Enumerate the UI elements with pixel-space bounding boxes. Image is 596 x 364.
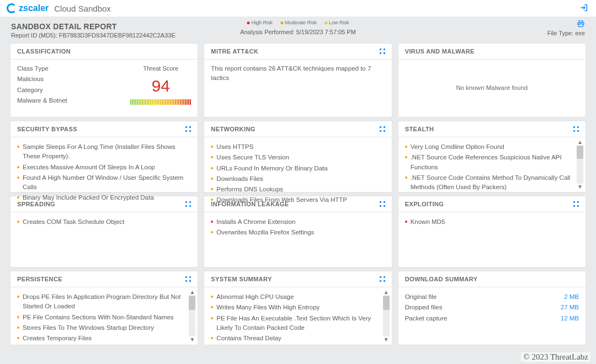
- list-item: URLs Found In Memory Or Binary Data: [211, 163, 385, 174]
- product-name: Cloud Sandbox: [54, 4, 111, 13]
- svg-rect-28: [573, 205, 575, 207]
- card-stealth: STEALTH Very Long Cmdline Option Found.N…: [398, 121, 586, 192]
- card-security-bypass: SECURITY BYPASS Sample Sleeps For A Long…: [10, 121, 198, 192]
- list-item: .NET Source Code Contains Method To Dyna…: [405, 173, 572, 190]
- download-row: Original file2 MB: [405, 292, 579, 302]
- card-title: DOWNLOAD SUMMARY: [405, 276, 478, 282]
- card-title: SYSTEM SUMMARY: [211, 276, 272, 282]
- svg-rect-3: [384, 49, 385, 50]
- list-item: PE File Contains Sections With Non-Stand…: [17, 312, 184, 323]
- card-spreading: SPREADING Creates COM Task Schedule Obje…: [10, 196, 198, 267]
- list-item: Uses HTTPS: [211, 142, 385, 152]
- svg-rect-11: [384, 126, 385, 128]
- list-item: Contains Thread Delay: [211, 333, 378, 344]
- scrollbar[interactable]: ▲ ▼: [576, 140, 584, 190]
- scroll-down-icon[interactable]: ▼: [189, 337, 195, 342]
- expand-icon[interactable]: [185, 126, 191, 132]
- svg-rect-6: [185, 126, 187, 128]
- list-item: Very Long Cmdline Option Found: [405, 142, 572, 152]
- list-item: Executes Massive Amount Of Sleeps In A L…: [17, 162, 191, 173]
- card-mitre: MITRE ATT&CK This report contains 26 ATT…: [204, 43, 392, 117]
- download-link[interactable]: 2 MB: [564, 292, 579, 302]
- scroll-down-icon[interactable]: ▼: [384, 337, 389, 342]
- svg-rect-26: [573, 201, 575, 203]
- scroll-up-icon[interactable]: ▲: [189, 290, 195, 295]
- svg-rect-5: [384, 52, 385, 54]
- exit-icon[interactable]: [579, 3, 588, 14]
- scroll-down-icon[interactable]: ▼: [577, 184, 583, 190]
- card-info-leak: INFORMATION LEAKAGE Installs A Chrome Ex…: [204, 196, 392, 267]
- watermark: © 2023 ThreatLabz: [521, 352, 590, 362]
- svg-rect-9: [189, 130, 191, 132]
- expand-icon[interactable]: [380, 49, 385, 54]
- scroll-up-icon[interactable]: ▲: [384, 290, 389, 295]
- legend-low: Low Risk: [324, 20, 349, 25]
- list-item: Found A High Number Of Window / User Spe…: [17, 173, 191, 193]
- svg-rect-27: [577, 201, 579, 203]
- svg-rect-4: [380, 52, 381, 54]
- threat-score-bar: [130, 99, 191, 105]
- exploiting-list: Known MD5: [405, 217, 579, 227]
- download-row: Packet capture12 MB: [405, 313, 579, 324]
- list-item: Creates Temporary Files: [17, 333, 184, 344]
- expand-icon[interactable]: [573, 201, 579, 207]
- card-title: VIRUS AND MALWARE: [405, 48, 475, 55]
- card-persistence: PERSISTENCE Drops PE Files In Applicatio…: [10, 271, 198, 345]
- print-icon[interactable]: [577, 20, 585, 30]
- threat-score: 94: [130, 73, 191, 98]
- list-item: Writes Many Files With High Entropy: [211, 302, 378, 313]
- card-title: STEALTH: [405, 126, 434, 132]
- svg-rect-31: [189, 276, 191, 278]
- scrollbar[interactable]: ▲ ▼: [382, 290, 391, 342]
- expand-icon[interactable]: [573, 126, 579, 132]
- list-item: Known MD5: [405, 217, 579, 227]
- list-item: Drops PE Files In Application Program Di…: [17, 292, 184, 312]
- report-header: SANDBOX DETAIL REPORT Report ID (MD5): F…: [0, 17, 596, 40]
- virus-text: No known Malware found: [398, 60, 586, 117]
- list-item: Installs A Chrome Extension: [211, 217, 385, 227]
- expand-icon[interactable]: [380, 276, 385, 282]
- svg-rect-20: [185, 205, 187, 207]
- svg-rect-21: [189, 205, 191, 207]
- list-item: Overwrites Mozilla Firefox Settings: [211, 227, 385, 238]
- svg-rect-16: [573, 130, 575, 132]
- expand-icon[interactable]: [380, 126, 385, 132]
- card-title: EXPLOITING: [405, 201, 444, 207]
- brand-bar: zscaler Cloud Sandbox: [0, 0, 596, 17]
- brand-name: zscaler: [19, 3, 49, 13]
- svg-rect-33: [189, 280, 191, 282]
- svg-rect-2: [380, 49, 381, 50]
- card-title: SECURITY BYPASS: [17, 126, 77, 132]
- scroll-up-icon[interactable]: ▲: [577, 140, 583, 145]
- svg-rect-32: [185, 280, 187, 282]
- legend-moderate: Moderate Risk: [280, 20, 317, 25]
- download-link[interactable]: 12 MB: [561, 314, 579, 323]
- svg-rect-1: [579, 24, 583, 27]
- list-item: Stores Files To The Windows Startup Dire…: [17, 323, 184, 333]
- scrollbar[interactable]: ▲ ▼: [188, 290, 196, 342]
- svg-rect-14: [573, 126, 575, 128]
- list-item: Sample Sleeps For A Long Time (Installer…: [17, 142, 191, 162]
- svg-rect-12: [380, 130, 381, 132]
- system-summary-list: Abnormal High CPU UsageWrites Many Files…: [211, 292, 378, 344]
- card-download-summary: DOWNLOAD SUMMARY ⛶ Original file2 MBDrop…: [398, 271, 586, 345]
- legend-high: High Risk: [247, 20, 273, 25]
- card-classification: CLASSIFICATION ⛶ Class Type Malicious Ca…: [10, 43, 198, 117]
- svg-rect-36: [380, 280, 381, 282]
- download-summary-body: Original file2 MBDropped files27 MBPacke…: [398, 287, 586, 345]
- svg-rect-29: [577, 205, 579, 207]
- svg-rect-8: [185, 130, 187, 132]
- svg-rect-10: [380, 126, 381, 128]
- svg-rect-34: [380, 276, 381, 278]
- security-bypass-list: Sample Sleeps For A Long Time (Installer…: [17, 142, 191, 204]
- analysis-performed: Analysis Performed: 5/19/2023 7:57:05 PM: [240, 29, 356, 35]
- svg-rect-35: [384, 276, 385, 278]
- svg-rect-15: [577, 126, 579, 128]
- card-title: PERSISTENCE: [17, 276, 62, 282]
- card-networking: NETWORKING Uses HTTPSUses Secure TLS Ver…: [204, 121, 392, 192]
- list-item: Abnormal High CPU Usage: [211, 292, 378, 302]
- stealth-list: Very Long Cmdline Option Found.NET Sourc…: [405, 142, 572, 190]
- download-link[interactable]: 27 MB: [561, 303, 579, 312]
- list-item: .NET Source Code References Suspicious N…: [405, 152, 572, 173]
- expand-icon[interactable]: [185, 276, 191, 282]
